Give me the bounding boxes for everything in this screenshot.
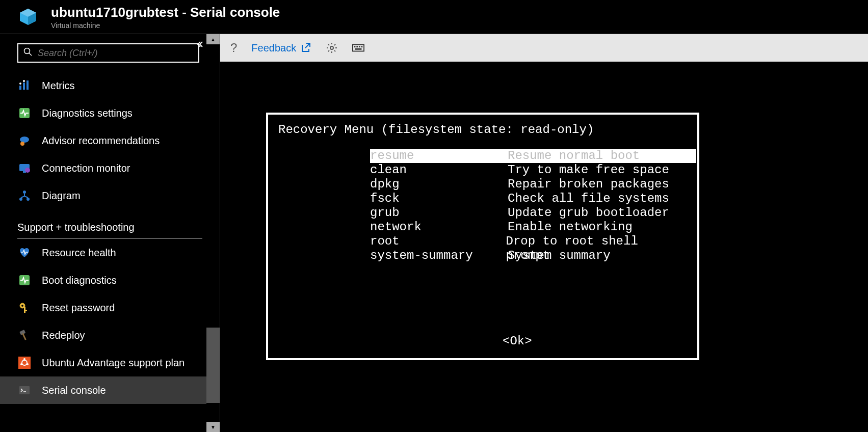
sidebar-item-connection-monitor[interactable]: Connection monitor	[0, 154, 220, 182]
key-icon	[17, 301, 32, 315]
svg-point-16	[23, 191, 26, 194]
svg-point-9	[23, 80, 25, 82]
sidebar-item-label: Boot diagnostics	[42, 275, 117, 286]
sidebar-item-label: Redeploy	[42, 330, 85, 341]
console-icon	[17, 383, 32, 397]
sidebar-item-metrics[interactable]: Metrics	[0, 72, 220, 99]
main-content: ? Feedback Recovery Menu (file	[220, 34, 868, 432]
sidebar-item-diagram[interactable]: Diagram	[0, 182, 220, 209]
sidebar-item-label: Diagnostics settings	[42, 107, 133, 119]
svg-point-8	[19, 83, 21, 85]
sidebar-item-reset-password[interactable]: Reset password	[0, 294, 220, 321]
toolbar: ? Feedback	[220, 34, 868, 62]
serial-console-output[interactable]: Recovery Menu (filesystem state: read-on…	[220, 62, 868, 432]
metrics-icon	[17, 78, 32, 93]
svg-rect-39	[355, 48, 362, 50]
svg-rect-34	[353, 45, 364, 51]
scroll-down-arrow[interactable]: ▼	[206, 422, 220, 432]
sidebar-item-resource-health[interactable]: Resource health	[0, 239, 220, 266]
svg-point-12	[20, 142, 24, 146]
scroll-thumb[interactable]	[206, 328, 220, 403]
ubuntu-icon	[17, 356, 32, 370]
sidebar-item-label: Connection monitor	[42, 163, 130, 174]
sidebar-scrollbar[interactable]: ▲ ▼	[206, 34, 220, 432]
sidebar-item-label: Resource health	[42, 247, 116, 259]
help-button[interactable]: ?	[230, 41, 237, 55]
vm-icon	[18, 7, 38, 27]
svg-point-3	[24, 48, 30, 54]
menu-item-fsck[interactable]: fsckCheck all file systems	[370, 192, 687, 206]
sidebar-item-serial-console[interactable]: Serial console	[0, 376, 220, 404]
svg-point-11	[20, 137, 29, 143]
sidebar-item-diagnostics-settings[interactable]: Diagnostics settings	[0, 99, 220, 127]
feedback-button[interactable]: Feedback	[251, 42, 311, 54]
svg-rect-37	[359, 46, 360, 47]
svg-rect-31	[19, 386, 30, 394]
svg-rect-38	[361, 46, 363, 47]
sidebar-item-label: Reset password	[42, 302, 115, 314]
sidebar-item-label: Serial console	[42, 385, 106, 396]
recovery-menu-title: Recovery Menu (filesystem state: read-on…	[278, 123, 687, 137]
diagram-icon	[17, 188, 32, 203]
menu-item-network[interactable]: networkEnable networking	[370, 220, 687, 234]
svg-rect-5	[19, 86, 21, 90]
recovery-menu-box: Recovery Menu (filesystem state: read-on…	[266, 113, 699, 360]
section-support-title: Support + troubleshooting	[17, 209, 202, 239]
menu-item-system-summary[interactable]: system-summarySystem summary	[370, 249, 687, 263]
page-title: ubuntu1710grubtest - Serial console	[51, 5, 280, 20]
collapse-sidebar-button[interactable]	[195, 40, 203, 51]
external-link-icon	[299, 42, 311, 54]
sidebar-item-boot-diagnostics[interactable]: Boot diagnostics	[0, 266, 220, 294]
svg-rect-7	[27, 80, 29, 90]
menu-item-root[interactable]: rootDrop to root shell prompt	[370, 234, 687, 249]
svg-point-28	[23, 358, 25, 360]
svg-point-17	[19, 198, 22, 201]
sidebar: Metrics Diagnostics settings Advisor rec…	[0, 34, 220, 432]
svg-line-4	[29, 53, 32, 56]
search-icon	[23, 47, 33, 59]
gear-icon	[326, 42, 338, 54]
search-input[interactable]	[38, 48, 193, 59]
menu-item-dpkg[interactable]: dpkgRepair broken packages	[370, 177, 687, 192]
page-subtitle: Virtual machine	[51, 21, 280, 30]
keyboard-button[interactable]	[352, 42, 364, 54]
svg-rect-35	[354, 46, 356, 47]
svg-rect-25	[22, 333, 27, 340]
svg-point-30	[20, 363, 22, 365]
page-header: ubuntu1710grubtest - Serial console Virt…	[0, 0, 868, 34]
recovery-menu-list: resumeResume normal boot cleanTry to mak…	[370, 149, 687, 263]
svg-rect-23	[24, 310, 27, 311]
ok-button[interactable]: <Ok>	[503, 334, 687, 348]
sidebar-item-advisor[interactable]: Advisor recommendations	[0, 127, 220, 154]
svg-point-15	[25, 168, 30, 173]
hammer-icon	[17, 328, 32, 342]
heart-icon	[17, 246, 32, 260]
advisor-icon	[17, 133, 32, 148]
sidebar-item-ubuntu-advantage[interactable]: Ubuntu Advantage support plan	[0, 349, 220, 376]
svg-rect-6	[23, 83, 25, 90]
feedback-label: Feedback	[251, 42, 296, 54]
diag-settings-icon	[17, 106, 32, 120]
settings-button[interactable]	[326, 42, 338, 54]
menu-item-resume[interactable]: resumeResume normal boot	[370, 149, 696, 163]
sidebar-item-label: Advisor recommendations	[42, 135, 160, 147]
svg-point-21	[21, 305, 23, 307]
svg-point-29	[27, 363, 29, 365]
svg-point-18	[27, 198, 30, 201]
help-icon: ?	[230, 41, 237, 55]
scroll-up-arrow[interactable]: ▲	[206, 34, 220, 44]
menu-item-grub[interactable]: grubUpdate grub bootloader	[370, 206, 687, 220]
sidebar-item-redeploy[interactable]: Redeploy	[0, 321, 220, 349]
svg-point-33	[330, 46, 333, 49]
search-box[interactable]	[17, 43, 199, 63]
sidebar-item-label: Diagram	[42, 190, 81, 202]
menu-item-clean[interactable]: cleanTry to make free space	[370, 163, 687, 177]
conn-monitor-icon	[17, 161, 32, 175]
boot-diag-icon	[17, 273, 32, 287]
svg-rect-36	[357, 46, 358, 47]
sidebar-item-label: Metrics	[42, 80, 74, 92]
keyboard-icon	[352, 42, 364, 54]
sidebar-item-label: Ubuntu Advantage support plan	[42, 357, 185, 369]
